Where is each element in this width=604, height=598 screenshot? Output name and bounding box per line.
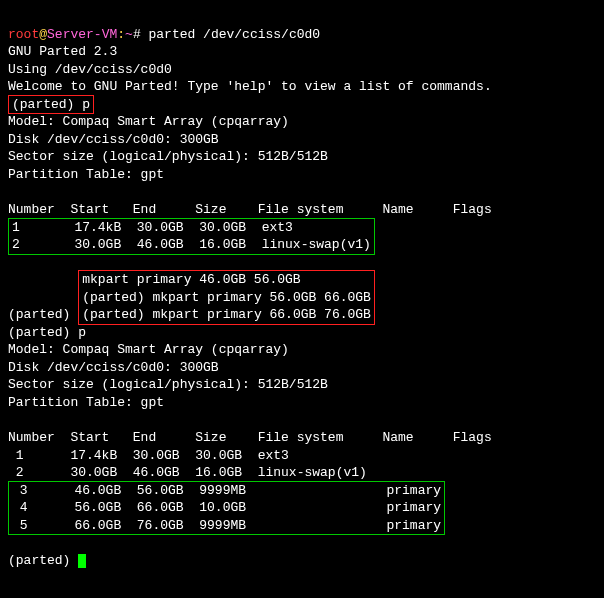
table2-row3: 3 46.0GB 56.0GB 9999MB primary [12, 483, 441, 498]
prompt-host: Server-VM [47, 27, 117, 42]
intro-line-1: GNU Parted 2.3 [8, 44, 117, 59]
cmd-parted: parted /dev/cciss/c0d0 [148, 27, 320, 42]
mkpart-cmd-2: mkpart primary 56.0GB 66.0GB [152, 290, 370, 305]
cmd-p: p [82, 97, 90, 112]
disk-line-2: Disk /dev/cciss/c0d0: 300GB [8, 360, 219, 375]
table2-row2: 2 30.0GB 46.0GB 16.0GB linux-swap(v1) [8, 465, 367, 480]
parted-prompt-2: (parted) [8, 307, 70, 322]
parted-prompt: (parted) [12, 97, 74, 112]
parted-p-boxed: (parted) p [8, 95, 94, 115]
prompt-hash: # [133, 27, 149, 42]
table2-new-boxed: 3 46.0GB 56.0GB 9999MB primary 4 56.0GB … [8, 481, 445, 536]
table2-row5: 5 66.0GB 76.0GB 9999MB primary [12, 518, 441, 533]
table1-row2: 2 30.0GB 46.0GB 16.0GB linux-swap(v1) [12, 237, 371, 252]
terminal-output: root@Server-VM:~# parted /dev/cciss/c0d0… [8, 8, 596, 570]
table1-header: Number Start End Size File system Name F… [8, 202, 492, 217]
prompt-colon: : [117, 27, 125, 42]
parted-prompt-3: (parted) [82, 290, 144, 305]
prompt-tilde: ~ [125, 27, 133, 42]
mkpart-cmd-3: mkpart primary 66.0GB 76.0GB [152, 307, 370, 322]
parted-prompt-5: (parted) [8, 325, 70, 340]
cmd-p2: p [78, 325, 86, 340]
sector-line-2: Sector size (logical/physical): 512B/512… [8, 377, 328, 392]
prompt-user: root [8, 27, 39, 42]
ptable-line: Partition Table: gpt [8, 167, 164, 182]
mkpart-cmd-1: mkpart primary 46.0GB 56.0GB [82, 272, 300, 287]
mkpart-boxed: mkpart primary 46.0GB 56.0GB (parted) mk… [78, 270, 375, 325]
sector-line: Sector size (logical/physical): 512B/512… [8, 149, 328, 164]
table2-header: Number Start End Size File system Name F… [8, 430, 492, 445]
disk-line: Disk /dev/cciss/c0d0: 300GB [8, 132, 219, 147]
table2-row4: 4 56.0GB 66.0GB 10.0GB primary [12, 500, 441, 515]
table1-row1: 1 17.4kB 30.0GB 30.0GB ext3 [12, 220, 293, 235]
parted-prompt-4: (parted) [82, 307, 144, 322]
model-line-2: Model: Compaq Smart Array (cpqarray) [8, 342, 289, 357]
parted-prompt-final: (parted) [8, 553, 70, 568]
model-line: Model: Compaq Smart Array (cpqarray) [8, 114, 289, 129]
table1-boxed: 1 17.4kB 30.0GB 30.0GB ext3 2 30.0GB 46.… [8, 218, 375, 255]
ptable-line-2: Partition Table: gpt [8, 395, 164, 410]
intro-line-3: Welcome to GNU Parted! Type 'help' to vi… [8, 79, 492, 94]
terminal-cursor[interactable] [78, 554, 86, 568]
intro-line-2: Using /dev/cciss/c0d0 [8, 62, 172, 77]
table2-row1: 1 17.4kB 30.0GB 30.0GB ext3 [8, 448, 289, 463]
prompt-at: @ [39, 27, 47, 42]
